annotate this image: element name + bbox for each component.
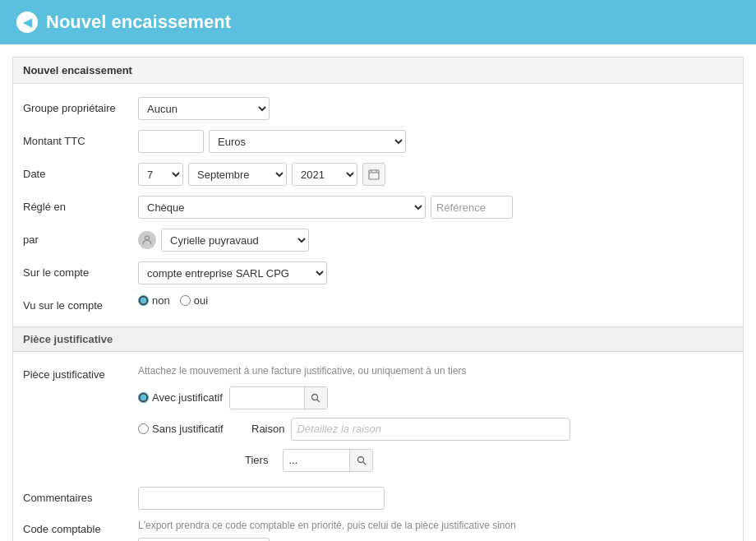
label-sur-le-compte: Sur le compte [23, 261, 138, 280]
search-tiers-btn[interactable] [349, 449, 372, 472]
form-body-piece: Pièce justificative Attachez le mouvemen… [13, 352, 743, 541]
page-wrapper: ◀ Nouvel encaissement Nouvel encaissemen… [0, 0, 756, 541]
row-date: Date 1234 5678 9101112 13141516 17181920… [13, 158, 743, 191]
code-comptable-info: L'export prendra ce code comptable en pr… [138, 520, 733, 531]
select-currency[interactable]: Euros Dollars Livres [209, 130, 406, 153]
svg-point-7 [357, 456, 363, 462]
control-vu-sur-le-compte: non oui [138, 294, 733, 307]
form-body: Groupe propriétaire Aucun Montant TTC Eu… [13, 84, 743, 326]
label-par: par [23, 229, 138, 247]
row-montant-ttc: Montant TTC Euros Dollars Livres [13, 125, 743, 158]
control-date: 1234 5678 9101112 13141516 17181920 2122… [138, 163, 733, 186]
select-year[interactable]: 201920202021 20222023 [292, 163, 357, 186]
radio-non-text: non [152, 294, 170, 307]
row-regle-en: Réglé en Chèque Espèces Virement Carte b… [13, 191, 743, 224]
radio-sans-justificatif[interactable] [138, 423, 149, 434]
radio-group-vu: non oui [138, 294, 208, 307]
control-groupe-proprietaire: Aucun [138, 97, 733, 120]
radio-avec-justificatif[interactable] [138, 392, 149, 403]
search-avec-justificatif [229, 386, 328, 409]
label-piece-justificative: Pièce justificative [23, 365, 138, 382]
svg-point-5 [312, 394, 318, 400]
control-code-comptable: L'export prendra ce code comptable en pr… [138, 520, 733, 541]
svg-point-4 [145, 236, 150, 240]
svg-line-6 [317, 400, 320, 402]
raison-label: Raison [251, 423, 284, 435]
person-icon [138, 231, 156, 249]
input-avec-justificatif[interactable] [230, 387, 304, 409]
control-montant-ttc: Euros Dollars Livres [138, 130, 733, 153]
radio-label-sans[interactable]: Sans justificatif [138, 423, 245, 435]
radio-oui-text: oui [194, 294, 208, 307]
control-piece-justificative: Attachez le mouvement à une facture just… [138, 365, 733, 477]
search-tiers [283, 449, 373, 472]
section-piece-justificative: Pièce justificative [13, 326, 743, 352]
search-avec-btn[interactable] [304, 386, 327, 409]
label-code-comptable: Code comptable [23, 520, 138, 537]
row-par: par Cyrielle puyravaud [13, 224, 743, 257]
page-title: Nouvel encaissement [46, 12, 231, 33]
label-avec-justificatif: Avec justificatif [152, 391, 223, 404]
input-commentaires[interactable] [138, 487, 385, 510]
radio-non[interactable] [138, 295, 149, 306]
calendar-button[interactable] [362, 163, 385, 186]
select-day[interactable]: 1234 5678 9101112 13141516 17181920 2122… [138, 163, 183, 186]
label-regle-en: Réglé en [23, 196, 138, 215]
row-tiers: Tiers [138, 449, 733, 472]
input-tiers[interactable] [284, 450, 349, 471]
radio-label-avec[interactable]: Avec justificatif [138, 391, 223, 404]
piece-info-text: Attachez le mouvement à une facture just… [138, 365, 733, 377]
input-code-comptable[interactable] [138, 538, 270, 541]
select-sur-le-compte[interactable]: compte entreprise SARL CPG [138, 261, 327, 284]
svg-line-8 [363, 462, 366, 465]
svg-rect-0 [369, 170, 379, 179]
control-commentaires [138, 487, 733, 510]
input-montant[interactable] [138, 130, 204, 153]
row-vu-sur-le-compte: Vu sur le compte non oui [13, 289, 743, 318]
label-vu-sur-le-compte: Vu sur le compte [23, 294, 138, 313]
row-sur-le-compte: Sur le compte compte entreprise SARL CPG [13, 257, 743, 289]
input-raison[interactable] [291, 418, 570, 441]
row-piece-justificative: Pièce justificative Attachez le mouvemen… [13, 360, 743, 482]
control-regle-en: Chèque Espèces Virement Carte bancaire [138, 196, 733, 219]
row-groupe-proprietaire: Groupe propriétaire Aucun [13, 92, 743, 125]
row-sans-justificatif: Sans justificatif Raison [138, 418, 733, 441]
form-section-title: Nouvel encaissement [13, 58, 743, 84]
form-card: Nouvel encaissement Groupe propriétaire … [12, 57, 744, 541]
radio-oui[interactable] [180, 295, 191, 306]
select-month[interactable]: JanvierFévrierMars AvrilMaiJuin JuilletA… [188, 163, 287, 186]
input-reference[interactable] [431, 196, 513, 219]
label-sans-justificatif: Sans justificatif [152, 423, 224, 435]
label-commentaires: Commentaires [23, 487, 138, 506]
row-avec-justificatif: Avec justificatif [138, 386, 733, 409]
select-par[interactable]: Cyrielle puyravaud [161, 229, 309, 252]
select-groupe-proprietaire[interactable]: Aucun [138, 97, 270, 120]
page-header: ◀ Nouvel encaissement [0, 0, 756, 44]
row-code-comptable: Code comptable L'export prendra ce code … [13, 515, 743, 541]
radio-label-non[interactable]: non [138, 294, 170, 307]
radio-label-oui[interactable]: oui [180, 294, 208, 307]
tiers-label: Tiers [245, 454, 268, 466]
control-sur-le-compte: compte entreprise SARL CPG [138, 261, 733, 284]
label-date: Date [23, 163, 138, 182]
label-groupe-proprietaire: Groupe propriétaire [23, 97, 138, 116]
row-commentaires: Commentaires [13, 482, 743, 515]
control-par: Cyrielle puyravaud [138, 229, 733, 252]
back-icon[interactable]: ◀ [16, 12, 38, 33]
select-regle-en[interactable]: Chèque Espèces Virement Carte bancaire [138, 196, 426, 219]
label-montant-ttc: Montant TTC [23, 130, 138, 149]
